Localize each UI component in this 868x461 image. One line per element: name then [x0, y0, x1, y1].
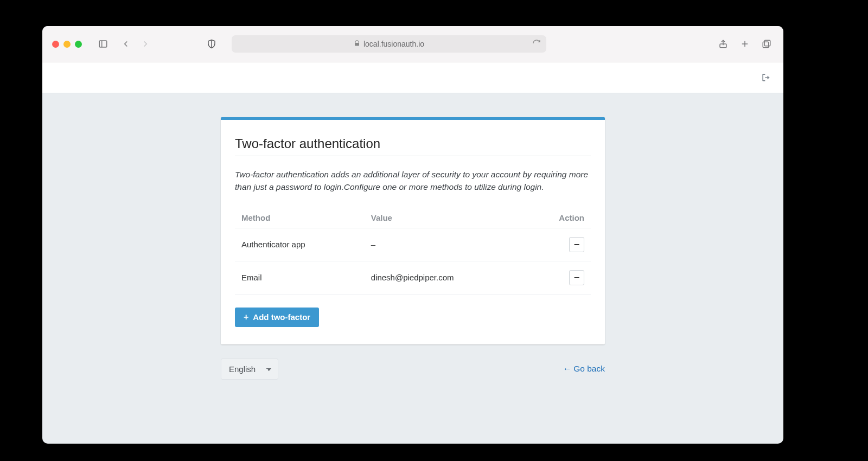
- back-button[interactable]: [119, 37, 133, 51]
- remove-method-button[interactable]: −: [569, 237, 584, 252]
- cell-method: Authenticator app: [235, 228, 365, 261]
- go-back-label: Go back: [573, 364, 605, 374]
- cell-value: dinesh@piedpiper.com: [365, 261, 526, 294]
- nav-arrows: [119, 37, 152, 51]
- sidebar-toggle-icon[interactable]: [96, 37, 110, 51]
- table-row: Authenticator app – −: [235, 228, 591, 261]
- table-row: Email dinesh@piedpiper.com −: [235, 261, 591, 294]
- browser-toolbar: local.fusionauth.io: [42, 26, 783, 62]
- address-bar-text: local.fusionauth.io: [363, 40, 424, 48]
- minimize-window-button[interactable]: [63, 41, 71, 48]
- page-title: Two-factor authentication: [235, 136, 591, 156]
- reload-icon[interactable]: [532, 39, 541, 49]
- col-method: Method: [235, 208, 365, 228]
- col-action: Action: [526, 208, 591, 228]
- toolbar-right-icons: [716, 37, 774, 51]
- cell-action: −: [526, 228, 591, 261]
- remove-method-button[interactable]: −: [569, 270, 584, 285]
- table-header-row: Method Value Action: [235, 208, 591, 228]
- svg-rect-7: [763, 42, 769, 48]
- language-select[interactable]: English: [221, 358, 278, 380]
- page-content: Two-factor authentication Two-factor aut…: [42, 93, 783, 380]
- cell-value: –: [365, 228, 526, 261]
- plus-icon: +: [244, 312, 248, 322]
- share-icon[interactable]: [716, 37, 730, 51]
- arrow-left-icon: ←: [563, 364, 572, 374]
- cell-action: −: [526, 261, 591, 294]
- app-header: [42, 62, 783, 93]
- window-controls: [52, 41, 82, 48]
- address-bar[interactable]: local.fusionauth.io: [232, 35, 546, 53]
- below-card-row: English ← Go back: [221, 358, 605, 380]
- zoom-window-button[interactable]: [75, 41, 82, 48]
- svg-rect-6: [764, 40, 770, 46]
- add-two-factor-button[interactable]: + Add two-factor: [235, 308, 319, 327]
- browser-window: local.fusionauth.io Two-factor authent: [42, 26, 783, 444]
- privacy-shield-icon[interactable]: [205, 37, 219, 51]
- go-back-link[interactable]: ← Go back: [563, 364, 605, 374]
- forward-button[interactable]: [138, 37, 152, 51]
- lock-icon: [354, 40, 360, 48]
- svg-rect-2: [355, 43, 359, 46]
- methods-table: Method Value Action Authenticator app – …: [235, 208, 591, 294]
- add-button-label: Add two-factor: [253, 312, 310, 322]
- minus-icon: −: [574, 273, 580, 283]
- col-value: Value: [365, 208, 526, 228]
- close-window-button[interactable]: [52, 41, 59, 48]
- logout-icon[interactable]: [761, 72, 771, 83]
- cell-method: Email: [235, 261, 365, 294]
- minus-icon: −: [574, 240, 580, 249]
- new-tab-icon[interactable]: [738, 37, 752, 51]
- two-factor-card: Two-factor authentication Two-factor aut…: [221, 117, 605, 344]
- svg-rect-0: [99, 41, 107, 47]
- page-description: Two-factor authentication adds an additi…: [235, 168, 591, 194]
- tabs-overview-icon[interactable]: [760, 37, 774, 51]
